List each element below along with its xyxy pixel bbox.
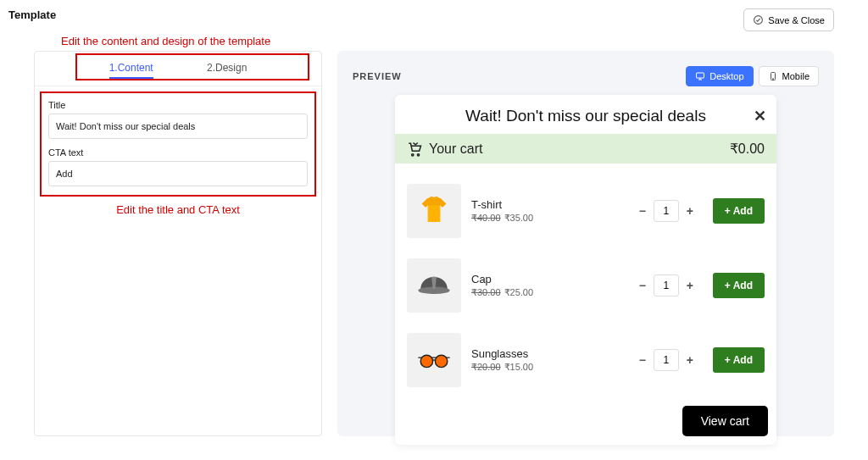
tab-design[interactable]: 2.Design bbox=[207, 62, 247, 79]
add-button[interactable]: + Add bbox=[713, 347, 765, 373]
mobile-icon bbox=[768, 71, 778, 81]
product-thumb bbox=[407, 258, 461, 313]
sunglasses-icon bbox=[415, 341, 453, 380]
tab-content[interactable]: 1.Content bbox=[109, 62, 153, 79]
svg-point-4 bbox=[412, 153, 414, 155]
qty-minus-button[interactable]: − bbox=[637, 279, 648, 292]
check-circle-icon bbox=[753, 14, 764, 25]
product-name: Cap bbox=[471, 273, 626, 285]
tshirt-icon bbox=[415, 191, 453, 230]
product-name: T-shirt bbox=[471, 198, 626, 211]
product-old-price: ₹30.00 bbox=[471, 287, 501, 297]
product-thumb bbox=[407, 184, 461, 238]
qty-plus-button[interactable]: + bbox=[684, 204, 696, 218]
preview-panel: PREVIEW Desktop Mobile ✕ Wait! Don't mis… bbox=[337, 51, 834, 436]
cart-icon bbox=[407, 141, 422, 157]
product-new-price: ₹25.00 bbox=[504, 287, 534, 297]
save-close-button[interactable]: Save & Close bbox=[743, 8, 834, 31]
product-old-price: ₹40.00 bbox=[471, 213, 501, 223]
close-icon[interactable]: ✕ bbox=[754, 107, 766, 125]
product-new-price: ₹35.00 bbox=[504, 213, 534, 223]
cart-bar: Your cart ₹0.00 bbox=[395, 134, 776, 163]
popup-title: Wait! Don't miss our special deals bbox=[395, 95, 776, 134]
cta-label: CTA text bbox=[48, 147, 308, 158]
editor-panel: 1.Content 2.Design Title CTA text Edit t… bbox=[34, 51, 322, 436]
product-thumb bbox=[407, 333, 461, 387]
hint-tabs: Edit the content and design of the templ… bbox=[61, 35, 868, 47]
svg-point-3 bbox=[772, 79, 773, 80]
cart-total: ₹0.00 bbox=[730, 141, 765, 157]
qty-plus-button[interactable]: + bbox=[684, 279, 696, 292]
callout-box-form: Title CTA text bbox=[40, 91, 316, 197]
product-row: Sunglasses ₹20.00₹15.00 − + + Add bbox=[407, 323, 765, 397]
product-row: T-shirt ₹40.00₹35.00 − + + Add bbox=[407, 174, 765, 248]
qty-minus-button[interactable]: − bbox=[637, 353, 648, 367]
save-close-label: Save & Close bbox=[768, 15, 825, 25]
qty-minus-button[interactable]: − bbox=[637, 204, 648, 218]
mobile-view-button[interactable]: Mobile bbox=[759, 66, 819, 86]
preview-popup: ✕ Wait! Don't miss our special deals You… bbox=[395, 95, 776, 445]
page-title: Template bbox=[8, 8, 56, 21]
hint-form: Edit the title and CTA text bbox=[35, 203, 321, 216]
add-button[interactable]: + Add bbox=[713, 198, 765, 224]
view-cart-button[interactable]: View cart bbox=[682, 406, 768, 436]
qty-plus-button[interactable]: + bbox=[684, 353, 696, 367]
svg-point-5 bbox=[417, 153, 419, 155]
svg-rect-1 bbox=[697, 73, 704, 78]
mobile-label: Mobile bbox=[782, 71, 810, 81]
title-label: Title bbox=[48, 100, 308, 110]
qty-input[interactable] bbox=[654, 200, 679, 222]
desktop-label: Desktop bbox=[709, 71, 743, 81]
preview-label: PREVIEW bbox=[353, 71, 402, 81]
product-name: Sunglasses bbox=[471, 347, 626, 360]
product-new-price: ₹15.00 bbox=[504, 362, 534, 372]
product-row: Cap ₹30.00₹25.00 − + + Add bbox=[407, 248, 765, 323]
cta-input[interactable] bbox=[48, 161, 308, 186]
product-old-price: ₹20.00 bbox=[471, 362, 501, 372]
title-input[interactable] bbox=[48, 114, 308, 139]
qty-input[interactable] bbox=[654, 349, 679, 371]
qty-input[interactable] bbox=[654, 274, 679, 297]
monitor-icon bbox=[695, 71, 705, 81]
cart-label: Your cart bbox=[429, 141, 482, 157]
desktop-view-button[interactable]: Desktop bbox=[686, 66, 753, 86]
cap-icon bbox=[415, 266, 453, 305]
add-button[interactable]: + Add bbox=[713, 273, 765, 298]
